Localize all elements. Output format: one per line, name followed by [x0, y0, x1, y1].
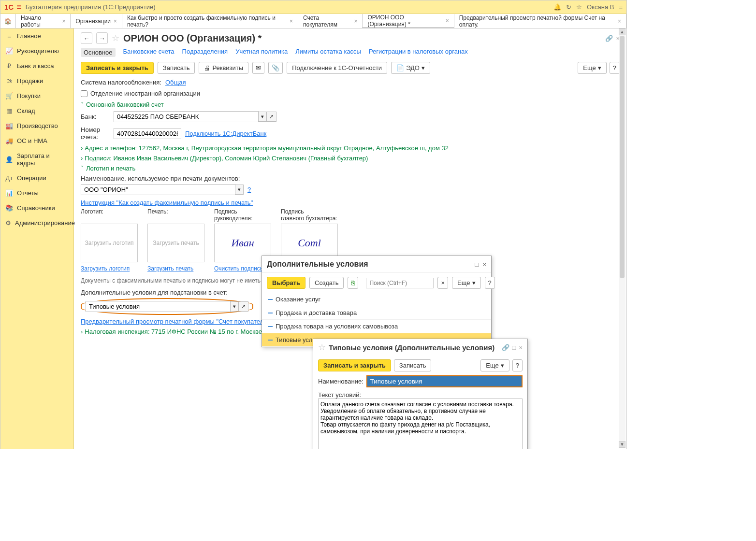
- help-link[interactable]: ?: [247, 186, 251, 193]
- search-input[interactable]: [366, 278, 434, 288]
- subtab-divisions[interactable]: Подразделения: [182, 48, 228, 57]
- upload-stamp-link[interactable]: Загрузить печать: [147, 265, 193, 272]
- popup-help-button[interactable]: ?: [485, 277, 495, 289]
- stamp-placeholder[interactable]: Загрузить печать: [147, 224, 204, 262]
- sidebar-item-sales[interactable]: 🛍Продажи: [0, 73, 73, 88]
- list-item[interactable]: Оказание услуг: [262, 293, 491, 306]
- edo-button[interactable]: 📄ЭДО ▾: [391, 62, 430, 74]
- favorite-icon[interactable]: ☆: [318, 342, 326, 353]
- select-button[interactable]: Выбрать: [267, 277, 305, 289]
- tab-invoices[interactable]: Счета покупателям×: [298, 14, 363, 28]
- name-input[interactable]: [366, 375, 523, 387]
- main-account-collapse[interactable]: ˅Основной банковский счет: [81, 101, 620, 108]
- preview-link[interactable]: Предварительный просмотр печатной формы …: [81, 318, 271, 325]
- close-icon[interactable]: ×: [62, 18, 65, 25]
- menu-icon[interactable]: ≡: [16, 2, 22, 12]
- link-icon[interactable]: 🔗: [605, 35, 613, 42]
- user-name[interactable]: Оксана В: [587, 3, 614, 11]
- address-collapse[interactable]: ›Адрес и телефон: 127562, Москва г, Внут…: [81, 144, 620, 152]
- save-close-button[interactable]: Записать и закрыть: [81, 62, 154, 74]
- tax-system-link[interactable]: Общая: [165, 79, 186, 86]
- help-button[interactable]: ?: [610, 62, 620, 74]
- connect-1c-button[interactable]: Подключение к 1С-Отчетности: [287, 62, 387, 74]
- conditions-textarea[interactable]: Оплата данного счета означает согласие с…: [318, 399, 523, 449]
- requisites-button[interactable]: 🖨Реквизиты: [199, 62, 248, 74]
- subtab-limits[interactable]: Лимиты остатка кассы: [295, 48, 361, 57]
- logo-collapse[interactable]: ˅Логотип и печать: [81, 165, 620, 172]
- logo-placeholder[interactable]: Загрузить логотип: [81, 224, 138, 262]
- open-icon[interactable]: ↗: [267, 112, 276, 122]
- tab-preview[interactable]: Предварительный просмотр печатной формы …: [454, 14, 626, 28]
- star-icon[interactable]: ☆: [576, 3, 582, 11]
- sidebar-item-refs[interactable]: 📚Справочники: [0, 200, 73, 215]
- scroll-up-icon[interactable]: ▲: [619, 28, 625, 35]
- account-input[interactable]: [114, 128, 181, 139]
- tab-orion[interactable]: ОРИОН ООО (Организация) *×: [363, 14, 454, 28]
- mail-button[interactable]: ✉: [252, 62, 264, 74]
- sidebar-item-stock[interactable]: ▦Склад: [0, 103, 73, 118]
- maximize-icon[interactable]: □: [475, 261, 479, 268]
- sidebar-item-admin[interactable]: ⚙Администрирование: [0, 215, 73, 230]
- history-icon[interactable]: ↻: [566, 3, 571, 11]
- list-item[interactable]: Продажа товара на условиях самовывоза: [262, 320, 491, 333]
- print-name-input[interactable]: [81, 184, 235, 195]
- tab-start[interactable]: Начало работы×: [16, 14, 71, 28]
- list-item[interactable]: Продажа и доставка товара: [262, 306, 491, 320]
- save-close-button[interactable]: Записать и закрыть: [318, 359, 391, 371]
- close-icon[interactable]: ×: [446, 17, 449, 24]
- scroll-down-icon[interactable]: ▼: [619, 441, 625, 448]
- copy-button[interactable]: ⎘: [348, 277, 358, 289]
- sidebar-item-salary[interactable]: 👤Зарплата и кадры: [0, 148, 73, 171]
- direct-bank-link[interactable]: Подключить 1С:ДиректБанк: [185, 130, 266, 137]
- sidebar-item-purchases[interactable]: 🛒Покупки: [0, 88, 73, 103]
- back-button[interactable]: ←: [81, 32, 92, 44]
- create-button[interactable]: Создать: [309, 277, 344, 289]
- sidebar-item-manager[interactable]: 📈Руководителю: [0, 43, 73, 58]
- attach-button[interactable]: 📎: [268, 62, 283, 74]
- close-icon[interactable]: ×: [618, 18, 621, 25]
- close-icon[interactable]: ×: [290, 18, 293, 25]
- open-icon[interactable]: ↗: [239, 301, 248, 312]
- sidebar-item-main[interactable]: ≡Главное: [0, 28, 73, 43]
- save-button[interactable]: Записать: [158, 62, 195, 74]
- dropdown-icon[interactable]: ▾: [231, 301, 239, 312]
- subtab-main[interactable]: Основное: [81, 48, 116, 57]
- scrollbar[interactable]: ▲ ▼: [619, 28, 625, 448]
- instruction-link[interactable]: Инструкция "Как создать факсимильную под…: [81, 199, 253, 206]
- clear-search-button[interactable]: ×: [437, 277, 448, 289]
- sidebar-item-operations[interactable]: ДтОперации: [0, 171, 73, 185]
- link-icon[interactable]: 🔗: [502, 344, 509, 351]
- close-icon[interactable]: ×: [354, 18, 357, 25]
- scrollbar-thumb[interactable]: [620, 36, 625, 278]
- sidebar-item-production[interactable]: 🏭Производство: [0, 118, 73, 133]
- more-button[interactable]: Еще ▾: [578, 62, 606, 74]
- sidebar-item-assets[interactable]: 🚚ОС и НМА: [0, 133, 73, 148]
- subtab-policy[interactable]: Учетная политика: [235, 48, 288, 57]
- tab-orgs[interactable]: Организации×: [71, 14, 122, 28]
- clear-director-sig-link[interactable]: Очистить подпись: [214, 265, 263, 272]
- signatures-collapse[interactable]: ›Подписи: Иванов Иван Васильевич (Директ…: [81, 155, 620, 162]
- bank-input[interactable]: [114, 111, 259, 122]
- popup-more-button[interactable]: Еще ▾: [452, 277, 480, 289]
- forward-button[interactable]: →: [96, 32, 108, 44]
- upload-logo-link[interactable]: Загрузить логотип: [81, 265, 130, 272]
- tab-faq[interactable]: Как быстро и просто создать факсимильную…: [122, 14, 298, 28]
- popup2-more-button[interactable]: Еще ▾: [480, 359, 509, 371]
- dropdown-icon[interactable]: ▾: [235, 185, 244, 195]
- foreign-branch-checkbox[interactable]: [81, 90, 87, 97]
- sidebar-item-reports[interactable]: 📊Отчеты: [0, 185, 73, 200]
- extra-cond-input[interactable]: [86, 301, 231, 312]
- close-icon[interactable]: ×: [114, 18, 117, 25]
- sidebar-item-bank[interactable]: ₽Банк и касса: [0, 58, 73, 73]
- maximize-icon[interactable]: □: [512, 344, 516, 351]
- close-icon[interactable]: ×: [482, 261, 486, 268]
- bell-icon[interactable]: 🔔: [553, 3, 561, 11]
- tab-home[interactable]: 🏠: [0, 14, 16, 28]
- close-icon[interactable]: ×: [519, 344, 523, 351]
- user-menu-icon[interactable]: ≡: [619, 3, 623, 11]
- save-button[interactable]: Записать: [394, 359, 432, 371]
- favorite-icon[interactable]: ☆: [112, 33, 119, 43]
- subtab-tax-reg[interactable]: Регистрации в налоговых органах: [369, 48, 468, 57]
- popup2-help-button[interactable]: ?: [512, 359, 523, 371]
- subtab-bank[interactable]: Банковские счета: [123, 48, 174, 57]
